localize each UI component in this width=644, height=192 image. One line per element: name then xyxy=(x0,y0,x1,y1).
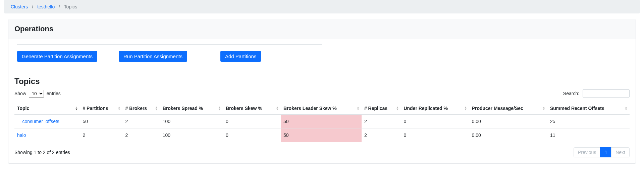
table-cell-skew: 0 xyxy=(223,128,281,142)
pagination: Previous 1 Next xyxy=(574,147,630,157)
table-cell-spread: 100 xyxy=(160,128,223,142)
show-label-post: entries xyxy=(47,91,61,96)
column-header[interactable]: Summed Recent Offsets▲▼ xyxy=(547,102,630,115)
table-cell-skew: 0 xyxy=(223,115,281,128)
column-header[interactable]: Brokers Leader Skew %▲▼ xyxy=(281,102,362,115)
table-cell-leader-skew: 50 xyxy=(281,115,362,128)
column-header-label: Under Replicated % xyxy=(404,106,447,111)
table-cell-replicas: 2 xyxy=(362,128,401,142)
breadcrumb-separator: / xyxy=(56,4,63,9)
column-header-label: Brokers Skew % xyxy=(226,106,262,111)
sort-icon: ▲▼ xyxy=(118,106,121,110)
search-control: Search: xyxy=(563,89,630,98)
column-header[interactable]: Brokers Skew %▲▼ xyxy=(223,102,281,115)
entries-per-page-select[interactable]: 10 xyxy=(29,90,44,98)
breadcrumb: Clusters / testhello / Topics xyxy=(4,0,640,13)
topics-section: Topics Show 10 entries Search: Topic▲▼# … xyxy=(8,71,636,163)
column-header[interactable]: Topic▲▼ xyxy=(14,102,80,115)
breadcrumb-separator: / xyxy=(29,4,36,9)
breadcrumb-link-clusters[interactable]: Clusters xyxy=(11,4,28,9)
operations-panel: Operations Generate Partition Assignment… xyxy=(8,19,636,164)
search-input[interactable] xyxy=(583,89,630,98)
topics-table: Topic▲▼# Partitions▲▼# Brokers▲▼Brokers … xyxy=(14,102,630,142)
topic-link[interactable]: halo xyxy=(17,132,26,138)
column-header-label: # Brokers xyxy=(125,106,147,111)
run-partition-assignments-button[interactable]: Run Partition Assignments xyxy=(119,51,187,62)
column-header[interactable]: # Replicas▲▼ xyxy=(362,102,401,115)
table-cell-summed-recent-offsets: 11 xyxy=(547,128,630,142)
generate-partition-assignments-button[interactable]: Generate Partition Assignments xyxy=(17,51,97,62)
table-cell-leader-skew: 50 xyxy=(281,128,362,142)
breadcrumb-link-cluster-name[interactable]: testhello xyxy=(37,4,55,9)
column-header[interactable]: # Brokers▲▼ xyxy=(123,102,160,115)
breadcrumb-current: Topics xyxy=(64,4,77,9)
sort-icon: ▲▼ xyxy=(542,106,545,110)
column-header-label: # Replicas xyxy=(364,106,387,111)
sort-icon: ▲▼ xyxy=(625,106,628,110)
column-header-label: # Partitions xyxy=(83,106,108,111)
table-info-text: Showing 1 to 2 of 2 entries xyxy=(14,150,70,155)
table-cell-brokers: 2 xyxy=(123,115,160,128)
table-cell-under-replicated: 0 xyxy=(401,115,469,128)
topic-link[interactable]: __consumer_offsets xyxy=(17,119,59,124)
table-cell-topic: __consumer_offsets xyxy=(14,115,80,128)
sort-icon: ▲▼ xyxy=(218,106,221,110)
table-cell-topic: halo xyxy=(14,128,80,142)
pagination-next-button[interactable]: Next xyxy=(611,147,630,157)
column-header[interactable]: # Partitions▲▼ xyxy=(80,102,122,115)
table-cell-brokers: 2 xyxy=(123,128,160,142)
table-row: halo22100050200.0011 xyxy=(14,128,630,142)
sort-icon: ▲▼ xyxy=(276,106,279,110)
sort-icon: ▲▼ xyxy=(464,106,467,110)
column-header-label: Summed Recent Offsets xyxy=(550,106,604,111)
column-header[interactable]: Under Replicated %▲▼ xyxy=(401,102,469,115)
table-row: __consumer_offsets502100050200.0025 xyxy=(14,115,630,128)
column-header-label: Topic xyxy=(17,106,29,111)
column-header[interactable]: Brokers Spread %▲▼ xyxy=(160,102,223,115)
show-entries-control: Show 10 entries xyxy=(14,90,61,98)
search-label: Search: xyxy=(563,91,579,96)
table-cell-summed-recent-offsets: 25 xyxy=(547,115,630,128)
operations-title: Operations xyxy=(8,19,636,39)
sort-icon: ▲▼ xyxy=(357,106,360,110)
sort-icon: ▲▼ xyxy=(396,106,399,110)
show-label-pre: Show xyxy=(14,91,26,96)
table-cell-partitions: 2 xyxy=(80,128,122,142)
table-cell-under-replicated: 0 xyxy=(401,128,469,142)
pagination-previous-button[interactable]: Previous xyxy=(574,147,600,157)
sort-icon: ▲▼ xyxy=(155,106,158,110)
table-cell-producer-msg-sec: 0.00 xyxy=(469,115,547,128)
column-header-label: Brokers Leader Skew % xyxy=(283,106,337,111)
column-header-label: Brokers Spread % xyxy=(163,106,203,111)
add-partitions-button[interactable]: Add Partitions xyxy=(220,51,261,62)
pagination-page-button[interactable]: 1 xyxy=(600,147,611,157)
table-cell-replicas: 2 xyxy=(362,115,401,128)
topics-title: Topics xyxy=(14,77,630,86)
table-cell-producer-msg-sec: 0.00 xyxy=(469,128,547,142)
table-cell-partitions: 50 xyxy=(80,115,122,128)
column-header-label: Producer Message/Sec xyxy=(472,106,523,111)
sort-icon: ▲▼ xyxy=(75,106,78,110)
table-cell-spread: 100 xyxy=(160,115,223,128)
column-header[interactable]: Producer Message/Sec▲▼ xyxy=(469,102,547,115)
